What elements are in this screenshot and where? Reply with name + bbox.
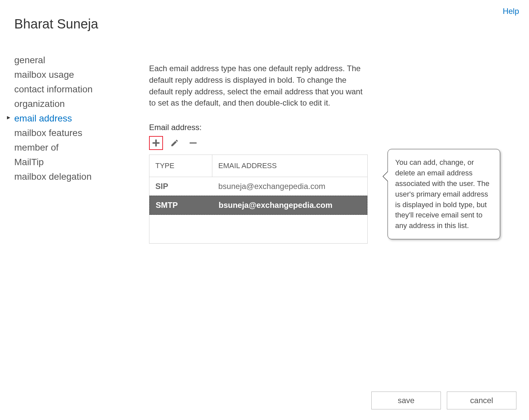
- main-panel: Each email address type has one default …: [149, 63, 368, 244]
- sidebar-item-member-of[interactable]: member of: [14, 140, 107, 155]
- sidebar-item-mailtip[interactable]: MailTip: [14, 155, 107, 169]
- cell-email: bsuneja@exchangepedia.com: [212, 180, 367, 192]
- add-button[interactable]: [149, 136, 163, 150]
- cancel-button[interactable]: cancel: [447, 392, 516, 409]
- plus-icon: [151, 138, 161, 148]
- sidebar-item-mailbox-usage[interactable]: mailbox usage: [14, 68, 107, 82]
- save-button[interactable]: save: [371, 392, 441, 409]
- svg-rect-0: [190, 142, 197, 144]
- sidebar-item-mailbox-features[interactable]: mailbox features: [14, 126, 107, 140]
- footer: save cancel: [371, 392, 516, 409]
- sidebar-item-contact-information[interactable]: contact information: [14, 82, 107, 97]
- column-header-type[interactable]: TYPE: [149, 155, 212, 177]
- cell-type: SMTP: [150, 199, 213, 211]
- help-callout-text: You can add, change, or delete an email …: [395, 158, 490, 230]
- pencil-icon: [170, 139, 179, 147]
- sidebar-item-general[interactable]: general: [14, 53, 107, 68]
- help-callout: You can add, change, or delete an email …: [388, 149, 500, 239]
- description-text: Each email address type has one default …: [149, 63, 368, 109]
- sidebar-item-email-address[interactable]: email address: [14, 111, 107, 126]
- edit-button[interactable]: [168, 136, 182, 150]
- sidebar-item-mailbox-delegation[interactable]: mailbox delegation: [14, 169, 107, 184]
- toolbar: [149, 136, 368, 150]
- help-link[interactable]: Help: [503, 7, 519, 16]
- field-label-email-address: Email address:: [149, 123, 368, 132]
- sidebar-item-organization[interactable]: organization: [14, 97, 107, 111]
- column-header-email[interactable]: EMAIL ADDRESS: [212, 155, 367, 177]
- remove-button[interactable]: [186, 136, 200, 150]
- table-header: TYPE EMAIL ADDRESS: [149, 155, 367, 177]
- cell-email: bsuneja@exchangepedia.com: [213, 199, 367, 211]
- email-address-table: TYPE EMAIL ADDRESS SIP bsuneja@exchangep…: [149, 155, 368, 244]
- table-row[interactable]: SIP bsuneja@exchangepedia.com: [149, 177, 367, 196]
- page-title: Bharat Suneja: [14, 17, 98, 31]
- table-body: SIP bsuneja@exchangepedia.com SMTP bsune…: [149, 177, 367, 243]
- cell-type: SIP: [149, 180, 212, 192]
- sidebar: general mailbox usage contact informatio…: [14, 53, 107, 184]
- minus-icon: [188, 138, 198, 148]
- table-row[interactable]: SMTP bsuneja@exchangepedia.com: [149, 196, 367, 215]
